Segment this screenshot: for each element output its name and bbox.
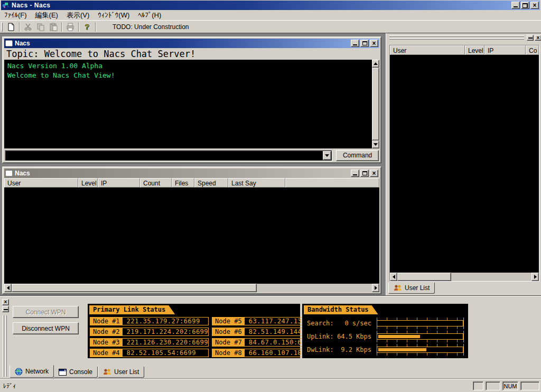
new-file-button[interactable] bbox=[5, 21, 17, 33]
column-header-speed[interactable]: Speed bbox=[194, 178, 228, 188]
scroll-left-button[interactable] bbox=[4, 284, 12, 292]
column-header-level[interactable]: Level bbox=[465, 45, 484, 55]
menu-item-help[interactable]: ﾍﾙﾌﾟ(H) bbox=[134, 10, 165, 20]
scroll-down-button[interactable] bbox=[372, 141, 379, 148]
close-button[interactable]: × bbox=[530, 2, 539, 9]
column-header-level[interactable]: Level bbox=[78, 178, 98, 188]
toolbar-status-text: TODO: Under Construction bbox=[113, 23, 189, 31]
column-header-user[interactable]: User bbox=[390, 45, 465, 55]
menu-item-window[interactable]: ｳｨﾝﾄﾞｳ(W) bbox=[94, 10, 134, 20]
bandwidth-value: 0 s/sec bbox=[337, 320, 377, 327]
scrollbar-thumb[interactable] bbox=[372, 68, 379, 141]
status-text: ﾚﾃﾞｨ bbox=[3, 382, 16, 390]
arrow-left-icon bbox=[7, 286, 10, 290]
scroll-right-button[interactable] bbox=[372, 284, 379, 292]
window-icon bbox=[5, 40, 13, 46]
scrollbar-thumb[interactable] bbox=[12, 284, 257, 292]
dock-close-button[interactable]: × bbox=[535, 35, 541, 41]
node-address: 221.35.179.27:6699 bbox=[123, 318, 200, 325]
column-header-ip[interactable]: IP bbox=[484, 45, 526, 55]
right-list-body[interactable] bbox=[390, 55, 539, 273]
chat-minimize-button[interactable] bbox=[351, 40, 359, 47]
column-header-ip[interactable]: IP bbox=[98, 178, 140, 188]
bandwidth-status-panel: Bandwidth Status Search: 0 s/sec UpLink:… bbox=[302, 304, 468, 358]
scrollbar-thumb[interactable] bbox=[397, 273, 451, 281]
chat-close-button[interactable]: × bbox=[370, 40, 378, 47]
column-header-files[interactable]: Files bbox=[172, 178, 194, 188]
arrow-right-icon bbox=[534, 275, 537, 279]
user-minimize-button[interactable] bbox=[351, 170, 359, 177]
menu-item-file[interactable]: ﾌｧｲﾙ(F) bbox=[0, 10, 31, 20]
help-button[interactable]: ? bbox=[81, 21, 94, 33]
user-horizontal-scrollbar[interactable] bbox=[4, 284, 379, 292]
scissors-icon bbox=[24, 23, 32, 31]
gauge-fill bbox=[378, 348, 426, 351]
column-header-user[interactable]: User bbox=[4, 178, 78, 188]
console-icon bbox=[59, 369, 67, 376]
right-list-header: User Level IP Co bbox=[390, 45, 539, 55]
tab-network-label: Network bbox=[25, 368, 49, 375]
status-cell bbox=[520, 381, 539, 390]
right-horizontal-scrollbar[interactable] bbox=[390, 273, 539, 281]
command-button[interactable]: Command bbox=[336, 150, 379, 161]
bandwidth-label: UpLink: bbox=[307, 333, 337, 340]
column-header-filler bbox=[285, 178, 379, 188]
tab-network[interactable]: Network bbox=[10, 365, 54, 378]
chat-maximize-button[interactable] bbox=[360, 40, 369, 47]
paste-button[interactable] bbox=[47, 21, 60, 33]
dock-gripper[interactable] bbox=[3, 315, 4, 377]
chat-vertical-scrollbar[interactable] bbox=[372, 60, 379, 148]
dock-minimize-button[interactable] bbox=[527, 35, 534, 41]
search-gauge bbox=[377, 318, 464, 329]
scroll-left-button[interactable] bbox=[390, 273, 397, 281]
user-list-tab[interactable]: User List bbox=[388, 283, 435, 294]
arrow-down-icon bbox=[374, 143, 378, 146]
column-header-count[interactable]: Count bbox=[140, 178, 172, 188]
node-address: 82.52.105.54:6699 bbox=[123, 349, 196, 357]
user-close-button[interactable]: × bbox=[370, 170, 378, 177]
bandwidth-label: Search: bbox=[307, 320, 337, 327]
dock-gripper[interactable] bbox=[389, 38, 524, 40]
disconnect-wpn-button[interactable]: Disconnect WPN bbox=[13, 322, 79, 334]
tab-console[interactable]: Console bbox=[53, 367, 98, 378]
dock-gripper[interactable] bbox=[5, 315, 7, 377]
scroll-right-button[interactable] bbox=[531, 273, 539, 281]
minimize-button[interactable] bbox=[511, 2, 520, 9]
node-row: Node #4 82.52.105.54:6699 bbox=[90, 349, 209, 357]
tab-user-list[interactable]: User List bbox=[98, 367, 144, 378]
menu-bar: ﾌｧｲﾙ(F) 編集(E) 表示(V) ｳｨﾝﾄﾞｳ(W) ﾍﾙﾌﾟ(H) bbox=[0, 10, 541, 20]
chat-window-titlebar[interactable]: Nacs × bbox=[4, 39, 379, 48]
dock-gripper[interactable] bbox=[389, 35, 524, 37]
topic-bar: Topic: Welcome to Nacs Chat Server! bbox=[4, 48, 379, 60]
user-list-tab-label: User List bbox=[405, 284, 430, 292]
chat-view: Nacs Version 1.00 Alpha Welcome to Nacs … bbox=[4, 60, 379, 148]
print-button[interactable] bbox=[64, 21, 77, 33]
restore-button[interactable] bbox=[521, 2, 529, 9]
scroll-up-button[interactable] bbox=[372, 60, 379, 68]
user-maximize-button[interactable] bbox=[360, 170, 369, 177]
column-header-count[interactable]: Co bbox=[526, 45, 539, 55]
menu-item-edit[interactable]: 編集(E) bbox=[31, 10, 62, 20]
toolbar-gripper[interactable] bbox=[1, 22, 3, 32]
connect-wpn-button[interactable]: Connect WPN bbox=[13, 306, 79, 318]
arrow-up-icon bbox=[374, 62, 378, 65]
column-header-last-say[interactable]: Last Say bbox=[228, 178, 285, 188]
help-icon: ? bbox=[83, 23, 91, 31]
copy-button[interactable] bbox=[34, 21, 47, 33]
user-list-panel: User Level IP Co bbox=[389, 45, 539, 282]
title-bar[interactable]: Nacs - Nacs × bbox=[1, 1, 540, 10]
gauge-fill bbox=[378, 335, 420, 338]
user-window-titlebar[interactable]: Nacs × bbox=[4, 169, 379, 178]
cut-button[interactable] bbox=[22, 21, 34, 33]
dock-tabs: Network Console User List bbox=[10, 365, 144, 378]
dwlink-gauge bbox=[377, 344, 464, 356]
dock-close-button[interactable]: × bbox=[2, 299, 9, 305]
dock-collapse-button[interactable] bbox=[2, 306, 9, 312]
bandwidth-row-uplink: UpLink: 64.5 Kbps bbox=[307, 331, 464, 341]
user-list-body[interactable] bbox=[4, 188, 379, 284]
node-label: Node #6 bbox=[212, 328, 245, 335]
copy-icon bbox=[36, 23, 45, 31]
menu-item-view[interactable]: 表示(V) bbox=[62, 10, 94, 20]
command-combobox[interactable] bbox=[5, 150, 332, 161]
combo-dropdown-button[interactable] bbox=[323, 151, 331, 160]
